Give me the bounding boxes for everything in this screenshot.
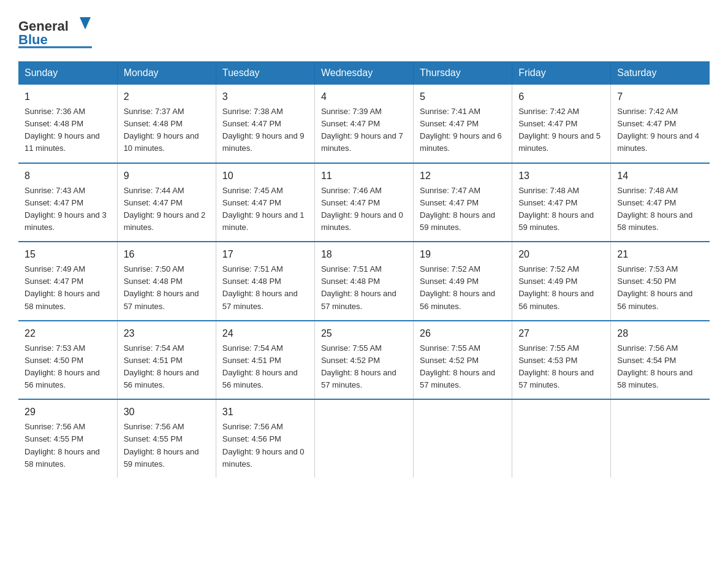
calendar-cell: 7Sunrise: 7:42 AMSunset: 4:47 PMDaylight… [611, 85, 710, 163]
day-info: Sunrise: 7:51 AMSunset: 4:48 PMDaylight:… [321, 263, 407, 313]
day-info: Sunrise: 7:45 AMSunset: 4:47 PMDaylight:… [222, 185, 308, 234]
day-info: Sunrise: 7:47 AMSunset: 4:47 PMDaylight:… [420, 185, 506, 234]
calendar-cell [414, 399, 512, 478]
day-info: Sunrise: 7:52 AMSunset: 4:49 PMDaylight:… [420, 263, 506, 313]
day-number: 20 [518, 247, 604, 262]
calendar-cell: 29Sunrise: 7:56 AMSunset: 4:55 PMDayligh… [18, 399, 117, 478]
weekday-header: Monday [117, 61, 216, 85]
day-number: 19 [420, 247, 506, 262]
day-info: Sunrise: 7:42 AMSunset: 4:47 PMDaylight:… [518, 105, 604, 155]
day-info: Sunrise: 7:53 AMSunset: 4:50 PMDaylight:… [617, 263, 703, 313]
day-number: 31 [222, 405, 308, 419]
logo: General Blue [18, 12, 92, 49]
day-number: 8 [25, 169, 111, 183]
day-info: Sunrise: 7:56 AMSunset: 4:55 PMDaylight:… [25, 421, 111, 470]
day-number: 16 [124, 247, 210, 262]
calendar-week-row: 22Sunrise: 7:53 AMSunset: 4:50 PMDayligh… [18, 321, 710, 400]
day-info: Sunrise: 7:43 AMSunset: 4:47 PMDaylight:… [25, 185, 111, 234]
day-info: Sunrise: 7:49 AMSunset: 4:47 PMDaylight:… [25, 263, 111, 313]
page-header: General Blue [18, 12, 710, 49]
calendar-cell: 13Sunrise: 7:48 AMSunset: 4:47 PMDayligh… [512, 163, 611, 242]
calendar-cell: 15Sunrise: 7:49 AMSunset: 4:47 PMDayligh… [18, 242, 117, 321]
calendar-cell [314, 399, 413, 478]
calendar-cell: 24Sunrise: 7:54 AMSunset: 4:51 PMDayligh… [216, 321, 314, 400]
day-number: 13 [518, 169, 604, 183]
calendar-table: SundayMondayTuesdayWednesdayThursdayFrid… [18, 61, 710, 478]
day-number: 27 [518, 326, 604, 341]
calendar-week-row: 1Sunrise: 7:36 AMSunset: 4:48 PMDaylight… [18, 85, 710, 163]
day-info: Sunrise: 7:53 AMSunset: 4:50 PMDaylight:… [25, 342, 111, 392]
day-info: Sunrise: 7:55 AMSunset: 4:53 PMDaylight:… [518, 342, 604, 392]
calendar-cell: 2Sunrise: 7:37 AMSunset: 4:48 PMDaylight… [117, 85, 216, 163]
day-number: 9 [124, 169, 210, 183]
day-number: 7 [617, 90, 703, 104]
calendar-cell: 11Sunrise: 7:46 AMSunset: 4:47 PMDayligh… [314, 163, 413, 242]
day-number: 14 [617, 169, 703, 183]
weekday-header-row: SundayMondayTuesdayWednesdayThursdayFrid… [18, 61, 710, 85]
day-number: 12 [420, 169, 506, 183]
day-number: 21 [617, 247, 703, 262]
calendar-cell: 16Sunrise: 7:50 AMSunset: 4:48 PMDayligh… [117, 242, 216, 321]
day-info: Sunrise: 7:56 AMSunset: 4:54 PMDaylight:… [617, 342, 703, 392]
day-number: 17 [222, 247, 308, 262]
day-number: 24 [222, 326, 308, 341]
day-info: Sunrise: 7:54 AMSunset: 4:51 PMDaylight:… [124, 342, 210, 392]
day-info: Sunrise: 7:56 AMSunset: 4:56 PMDaylight:… [222, 421, 308, 470]
day-info: Sunrise: 7:51 AMSunset: 4:48 PMDaylight:… [222, 263, 308, 313]
day-info: Sunrise: 7:46 AMSunset: 4:47 PMDaylight:… [321, 185, 407, 234]
day-info: Sunrise: 7:37 AMSunset: 4:48 PMDaylight:… [124, 105, 210, 155]
calendar-week-row: 29Sunrise: 7:56 AMSunset: 4:55 PMDayligh… [18, 399, 710, 478]
day-info: Sunrise: 7:39 AMSunset: 4:47 PMDaylight:… [321, 105, 407, 155]
calendar-week-row: 15Sunrise: 7:49 AMSunset: 4:47 PMDayligh… [18, 242, 710, 321]
day-number: 15 [25, 247, 111, 262]
weekday-header: Friday [512, 61, 611, 85]
calendar-cell: 27Sunrise: 7:55 AMSunset: 4:53 PMDayligh… [512, 321, 611, 400]
day-info: Sunrise: 7:48 AMSunset: 4:47 PMDaylight:… [518, 185, 604, 234]
calendar-cell: 8Sunrise: 7:43 AMSunset: 4:47 PMDaylight… [18, 163, 117, 242]
svg-marker-1 [80, 17, 91, 29]
day-number: 2 [124, 90, 210, 104]
day-info: Sunrise: 7:50 AMSunset: 4:48 PMDaylight:… [124, 263, 210, 313]
calendar-cell: 17Sunrise: 7:51 AMSunset: 4:48 PMDayligh… [216, 242, 314, 321]
day-number: 4 [321, 90, 407, 104]
day-number: 29 [25, 405, 111, 419]
day-info: Sunrise: 7:42 AMSunset: 4:47 PMDaylight:… [617, 105, 703, 155]
day-info: Sunrise: 7:44 AMSunset: 4:47 PMDaylight:… [124, 185, 210, 234]
day-number: 22 [25, 326, 111, 341]
day-number: 18 [321, 247, 407, 262]
calendar-cell: 12Sunrise: 7:47 AMSunset: 4:47 PMDayligh… [414, 163, 512, 242]
calendar-cell: 4Sunrise: 7:39 AMSunset: 4:47 PMDaylight… [314, 85, 413, 163]
calendar-cell: 6Sunrise: 7:42 AMSunset: 4:47 PMDaylight… [512, 85, 611, 163]
calendar-cell: 22Sunrise: 7:53 AMSunset: 4:50 PMDayligh… [18, 321, 117, 400]
day-number: 25 [321, 326, 407, 341]
calendar-cell: 26Sunrise: 7:55 AMSunset: 4:52 PMDayligh… [414, 321, 512, 400]
day-info: Sunrise: 7:54 AMSunset: 4:51 PMDaylight:… [222, 342, 308, 392]
day-info: Sunrise: 7:56 AMSunset: 4:55 PMDaylight:… [124, 421, 210, 470]
calendar-cell [611, 399, 710, 478]
calendar-cell [512, 399, 611, 478]
day-number: 5 [420, 90, 506, 104]
calendar-cell: 25Sunrise: 7:55 AMSunset: 4:52 PMDayligh… [314, 321, 413, 400]
day-info: Sunrise: 7:55 AMSunset: 4:52 PMDaylight:… [420, 342, 506, 392]
calendar-cell: 18Sunrise: 7:51 AMSunset: 4:48 PMDayligh… [314, 242, 413, 321]
calendar-cell: 10Sunrise: 7:45 AMSunset: 4:47 PMDayligh… [216, 163, 314, 242]
calendar-cell: 1Sunrise: 7:36 AMSunset: 4:48 PMDaylight… [18, 85, 117, 163]
calendar-cell: 3Sunrise: 7:38 AMSunset: 4:47 PMDaylight… [216, 85, 314, 163]
day-number: 26 [420, 326, 506, 341]
weekday-header: Thursday [414, 61, 512, 85]
day-number: 23 [124, 326, 210, 341]
calendar-cell: 28Sunrise: 7:56 AMSunset: 4:54 PMDayligh… [611, 321, 710, 400]
day-number: 10 [222, 169, 308, 183]
logo-svg: General Blue [18, 12, 92, 49]
day-number: 11 [321, 169, 407, 183]
weekday-header: Sunday [18, 61, 117, 85]
weekday-header: Tuesday [216, 61, 314, 85]
day-info: Sunrise: 7:52 AMSunset: 4:49 PMDaylight:… [518, 263, 604, 313]
calendar-cell: 30Sunrise: 7:56 AMSunset: 4:55 PMDayligh… [117, 399, 216, 478]
calendar-cell: 9Sunrise: 7:44 AMSunset: 4:47 PMDaylight… [117, 163, 216, 242]
day-number: 30 [124, 405, 210, 419]
day-info: Sunrise: 7:41 AMSunset: 4:47 PMDaylight:… [420, 105, 506, 155]
day-info: Sunrise: 7:48 AMSunset: 4:47 PMDaylight:… [617, 185, 703, 234]
weekday-header: Saturday [611, 61, 710, 85]
day-number: 28 [617, 326, 703, 341]
